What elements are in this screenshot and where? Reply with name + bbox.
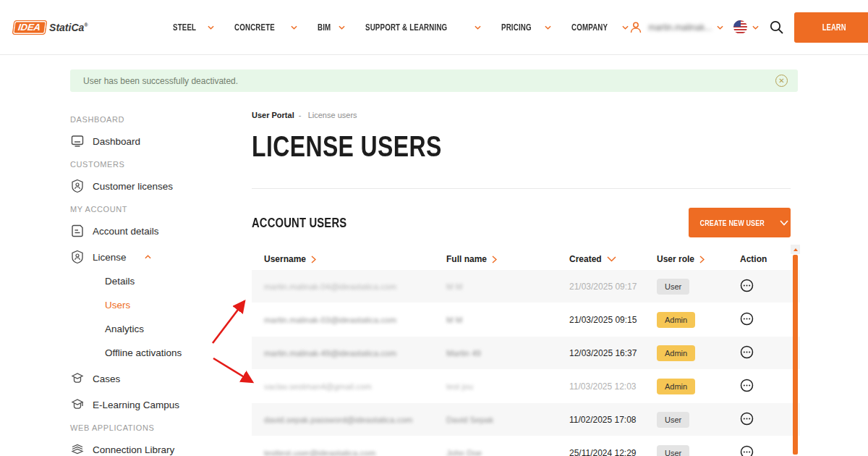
- action-cell: [740, 279, 783, 295]
- logged-in-user-name: martin.malinak...: [648, 22, 712, 33]
- row-actions-button[interactable]: [740, 379, 754, 392]
- user-icon: [629, 20, 643, 35]
- sidebar-subitem-offline-activations[interactable]: Offline activations: [105, 347, 252, 358]
- scroll-up-arrow-icon: [793, 248, 798, 251]
- dashboard-icon: [70, 134, 85, 148]
- menu-item-bim[interactable]: BIM: [318, 22, 346, 33]
- action-cell: [740, 345, 783, 361]
- row-actions-button[interactable]: [740, 279, 754, 292]
- chevron-down-icon: [339, 25, 345, 30]
- user-role-cell: Admin: [657, 379, 740, 394]
- account-users-table: Username Full name Created User role: [252, 249, 800, 456]
- menu-item-pricing[interactable]: PRICING: [501, 22, 551, 33]
- chevron-down-icon: [622, 25, 629, 30]
- created-cell: 11/02/2025 17:08: [569, 415, 657, 425]
- created-cell: 21/03/2025 09:15: [569, 315, 657, 325]
- menu-item-support-learning[interactable]: SUPPORT & LEARNING: [365, 22, 481, 33]
- success-banner: User has been successfully deactivated. …: [70, 69, 798, 92]
- menu-item-company[interactable]: COMPANY: [571, 22, 629, 33]
- learn-button[interactable]: LEARN: [794, 12, 868, 43]
- breadcrumb-root[interactable]: User Portal: [252, 111, 294, 119]
- ellipsis-menu-icon: [740, 279, 754, 292]
- role-badge: User: [657, 279, 689, 295]
- action-cell: [740, 379, 783, 394]
- role-badge: Admin: [657, 345, 695, 361]
- idea-statica-logo[interactable]: IDEA StatiCa®: [13, 20, 88, 35]
- row-actions-button[interactable]: [740, 412, 754, 426]
- role-badge: Admin: [657, 312, 695, 328]
- role-badge: User: [657, 445, 689, 456]
- license-badge-icon: [70, 250, 85, 264]
- user-role-cell: User: [657, 445, 740, 456]
- account-card-icon: [70, 224, 85, 238]
- sidebar-item-cases[interactable]: Cases: [70, 371, 252, 386]
- sidebar-item-elearning-campus[interactable]: E-Learning Campus: [70, 397, 252, 412]
- graduation-cap-icon: [70, 397, 85, 412]
- column-header-username[interactable]: Username: [252, 254, 446, 264]
- breadcrumb-current: License users: [308, 111, 357, 119]
- ellipsis-menu-icon: [740, 445, 754, 456]
- table-row: david.sepak.password@ideastatica.comDavi…: [252, 403, 800, 436]
- main-menu: STEEL CONCRETE BIM SUPPORT & LEARNING PR…: [173, 22, 629, 33]
- username-cell: testtest.user@ideastatica.com: [252, 449, 446, 456]
- sidebar-subitem-details[interactable]: Details: [105, 276, 252, 287]
- create-new-user-button[interactable]: CREATE NEW USER: [689, 208, 791, 237]
- search-icon[interactable]: [769, 20, 784, 35]
- table-row: vaclav.sestman4@gmail.comtest jou11/03/2…: [252, 370, 800, 402]
- sort-desc-icon: [607, 256, 616, 262]
- table-row: martin.malinak-03@ideastatica.comM M21/0…: [252, 303, 800, 336]
- table-row: martin.malinak-04@ideastatica.comM M21/0…: [252, 270, 800, 303]
- ellipsis-menu-icon: [740, 412, 754, 426]
- full-name-cell: test jou: [446, 382, 569, 391]
- menu-item-steel[interactable]: STEEL: [173, 22, 213, 33]
- sidebar-item-customer-licenses[interactable]: Customer licenses: [70, 179, 252, 193]
- sort-icon: [492, 256, 497, 263]
- action-cell: [740, 412, 783, 428]
- row-actions-button[interactable]: [740, 445, 754, 456]
- column-header-full-name[interactable]: Full name: [446, 254, 569, 264]
- created-cell: 12/03/2025 16:37: [569, 348, 657, 358]
- main-content: User Portal - License users LICENSE USER…: [252, 108, 868, 456]
- full-name-cell: Martin 49: [446, 349, 569, 358]
- created-cell: 11/03/2025 12:03: [569, 381, 657, 392]
- table-scrollbar[interactable]: [791, 245, 800, 456]
- chevron-down-icon: [717, 25, 723, 30]
- chevron-down-icon: [752, 25, 759, 30]
- banner-close-icon[interactable]: ✕: [775, 75, 788, 87]
- language-selector[interactable]: [733, 20, 759, 34]
- user-role-cell: User: [657, 412, 740, 428]
- sidebar-item-connection-library[interactable]: Connection Library: [70, 442, 252, 456]
- full-name-cell: M M: [446, 282, 569, 291]
- breadcrumb-separator: -: [299, 111, 302, 119]
- sidebar-subitem-analytics[interactable]: Analytics: [105, 324, 252, 334]
- row-actions-button[interactable]: [740, 312, 754, 326]
- column-header-user-role[interactable]: User role: [657, 254, 740, 264]
- user-role-cell: User: [657, 279, 740, 295]
- row-actions-button[interactable]: [740, 345, 754, 359]
- sidebar-item-account-details[interactable]: Account details: [70, 224, 252, 238]
- account-menu[interactable]: martin.malinak...: [629, 20, 723, 35]
- section-title: ACCOUNT USERS: [252, 215, 346, 231]
- library-stack-icon: [70, 442, 85, 456]
- scrollbar-up-button[interactable]: [791, 245, 800, 254]
- sort-icon: [311, 256, 316, 263]
- sidebar-item-dashboard[interactable]: Dashboard: [70, 134, 252, 148]
- ellipsis-menu-icon: [740, 345, 754, 359]
- menu-item-concrete[interactable]: CONCRETE: [234, 22, 297, 33]
- action-cell: [740, 445, 783, 456]
- sidebar-subitem-users[interactable]: Users: [105, 300, 252, 311]
- full-name-cell: John Doe: [446, 449, 569, 456]
- page-title: LICENSE USERS: [252, 130, 442, 164]
- username-cell: martin.malinak-49@ideastatica.com: [252, 349, 446, 358]
- table-body: martin.malinak-04@ideastatica.comM M21/0…: [252, 270, 800, 456]
- sidebar-section-customers: CUSTOMERS: [70, 160, 252, 169]
- scrollbar-thumb[interactable]: [793, 255, 798, 455]
- username-cell: vaclav.sestman4@gmail.com: [252, 382, 446, 391]
- table-row: martin.malinak-49@ideastatica.comMartin …: [252, 337, 800, 369]
- username-cell: david.sepak.password@ideastatica.com: [252, 415, 446, 424]
- column-header-created[interactable]: Created: [569, 254, 657, 264]
- banner-message: User has been successfully deactivated.: [83, 76, 238, 86]
- created-cell: 25/11/2024 12:29: [569, 448, 657, 456]
- username-cell: martin.malinak-03@ideastatica.com: [252, 316, 446, 324]
- sidebar-item-license[interactable]: License: [70, 250, 252, 264]
